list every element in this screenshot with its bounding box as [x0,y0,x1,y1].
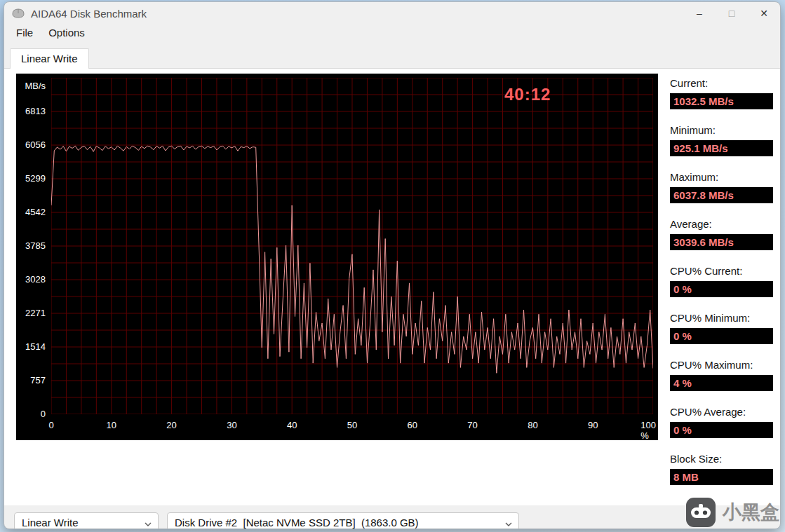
y-tick-label: 5299 [16,173,46,184]
maximize-button[interactable]: □ [716,2,748,25]
desktop: AIDA64 Disk Benchmark – □ ✕ File Options… [0,0,785,532]
x-tick-label: 50 [347,420,357,430]
test-type-select[interactable]: Linear Write [14,512,159,529]
x-tick-label: 70 [467,420,477,430]
app-window: AIDA64 Disk Benchmark – □ ✕ File Options… [4,1,781,529]
app-icon [11,8,25,19]
stat-cpu-maximum: CPU% Maximum:4 % [670,359,773,391]
stat-average: Average:3039.6 MB/s [670,218,773,250]
stat-value: 8 MB [670,469,773,485]
x-tick-label: 0 [48,420,53,430]
menu-bar: File Options [4,25,780,41]
x-tick-label: 80 [528,420,537,430]
heybox-logo-icon [684,496,718,529]
elapsed-time: 40:12 [504,85,551,104]
title-left: AIDA64 Disk Benchmark [4,8,683,20]
stat-label: CPU% Minimum: [670,312,773,325]
stat-label: CPU% Current: [670,265,773,278]
stat-value: 0 % [670,328,773,344]
x-tick-label: 60 [408,420,417,430]
x-tick-label: 100 % [640,420,656,441]
y-tick-label: 1514 [16,341,46,353]
benchmark-chart: MB/s 40:12 07571514227130283785454252996… [16,74,658,440]
stat-value: 3039.6 MB/s [670,234,773,250]
window-controls: – □ ✕ [683,2,780,25]
y-tick-label: 6056 [16,139,46,151]
y-axis-unit-label: MB/s [16,81,46,91]
window-title: AIDA64 Disk Benchmark [31,8,147,20]
x-tick-label: 10 [107,420,116,430]
drive-select[interactable]: Disk Drive #2 [Netac NVMe SSD 2TB] (1863… [167,512,519,529]
y-tick-label: 4542 [16,207,46,218]
menu-options[interactable]: Options [41,25,93,41]
stat-label: CPU% Maximum: [670,359,773,371]
stat-current: Current:1032.5 MB/s [670,77,773,109]
plot-area: 40:12 [51,78,653,414]
x-tick-label: 30 [227,420,236,430]
stat-value: 6037.8 MB/s [670,187,773,203]
stats-panel: Current:1032.5 MB/sMinimum:925.1 MB/sMax… [658,74,776,500]
stat-value: 1032.5 MB/s [670,93,773,109]
x-tick-label: 20 [166,420,176,430]
minimize-button[interactable]: – [683,2,716,25]
y-tick-label: 3028 [16,274,46,285]
chevron-down-icon [144,519,152,527]
y-tick-label: 6813 [16,106,46,117]
test-type-value: Linear Write [22,517,140,528]
main-content: MB/s 40:12 07571514227130283785454252996… [4,69,780,505]
heybox-watermark: 小黑盒 [684,496,779,529]
stat-cpu-minimum: CPU% Minimum:0 % [670,312,773,344]
x-tick-label: 90 [588,420,598,430]
tab-strip: Linear Write [4,48,780,69]
close-button[interactable]: ✕ [748,2,780,25]
controls-row: Linear Write Disk Drive #2 [Netac NVMe S… [14,512,780,529]
x-tick-label: 40 [287,420,297,430]
drive-value: Disk Drive #2 [Netac NVMe SSD 2TB] (1863… [175,517,500,528]
stat-cpu-average: CPU% Average:0 % [670,406,773,438]
stat-label: Minimum: [670,124,773,137]
stat-maximum: Maximum:6037.8 MB/s [670,171,773,203]
y-tick-label: 0 [16,409,46,420]
stat-block-size: Block Size:8 MB [670,453,773,485]
y-tick-label: 2271 [16,308,46,319]
stat-label: Average: [670,218,773,231]
stat-value: 0 % [670,422,773,438]
y-tick-label: 3785 [16,240,46,252]
title-bar: AIDA64 Disk Benchmark – □ ✕ [4,2,780,25]
chevron-down-icon [504,519,513,527]
stat-value: 4 % [670,375,773,391]
tab-linear-write[interactable]: Linear Write [10,48,89,69]
menu-file[interactable]: File [8,25,41,41]
stat-value: 0 % [670,281,773,297]
stat-label: Current: [670,77,773,90]
stat-label: CPU% Average: [670,406,773,418]
stat-label: Block Size: [670,453,773,465]
benchmark-plot-svg [51,78,653,414]
stat-label: Maximum: [670,171,773,184]
y-tick-label: 757 [16,375,46,386]
stat-cpu-current: CPU% Current:0 % [670,265,773,297]
heybox-watermark-text: 小黑盒 [723,500,779,525]
stat-minimum: Minimum:925.1 MB/s [670,124,773,156]
stat-value: 925.1 MB/s [670,140,773,156]
